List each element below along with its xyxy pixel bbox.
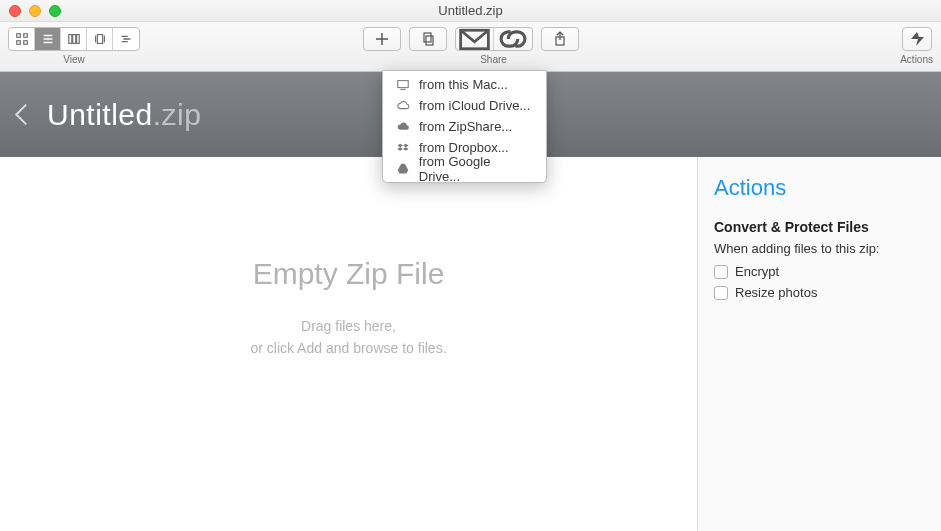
svg-rect-2 <box>16 41 20 45</box>
add-dropdown: from this Mac... from iCloud Drive... fr… <box>382 70 547 183</box>
svg-rect-10 <box>97 35 102 44</box>
view-columns-button[interactable] <box>61 28 87 50</box>
svg-rect-7 <box>68 35 71 44</box>
view-groups-button[interactable] <box>113 28 139 50</box>
svg-rect-3 <box>23 41 27 45</box>
share-pair <box>455 27 533 51</box>
cloud-solid-icon <box>395 120 411 134</box>
view-coverflow-button[interactable] <box>87 28 113 50</box>
menu-item-label: from iCloud Drive... <box>419 98 530 113</box>
encrypt-checkbox[interactable]: Encrypt <box>714 264 925 279</box>
checkbox-label: Resize photos <box>735 285 817 300</box>
svg-rect-22 <box>398 80 409 87</box>
view-segmented <box>8 27 140 51</box>
actions-section-subtitle: When adding files to this zip: <box>714 241 925 256</box>
checkbox-box <box>714 286 728 300</box>
view-group: View <box>8 27 140 65</box>
menu-item-label: from ZipShare... <box>419 119 512 134</box>
share-button[interactable] <box>541 27 579 51</box>
content: Empty Zip File Drag files here, or click… <box>0 157 941 531</box>
actions-panel: Actions Convert & Protect Files When add… <box>697 157 941 531</box>
svg-rect-1 <box>23 34 27 38</box>
toolbar: View Share Actions from this Mac... from… <box>0 22 941 72</box>
view-list-button[interactable] <box>35 28 61 50</box>
add-from-gdrive[interactable]: from Google Drive... <box>383 158 546 179</box>
empty-title: Empty Zip File <box>253 257 445 291</box>
add-from-zipshare[interactable]: from ZipShare... <box>383 116 546 137</box>
actions-section-header: Convert & Protect Files <box>714 219 925 235</box>
add-from-mac[interactable]: from this Mac... <box>383 74 546 95</box>
mail-button[interactable] <box>456 28 494 50</box>
file-ext: .zip <box>153 98 202 131</box>
svg-rect-19 <box>426 36 433 45</box>
actions-button[interactable] <box>902 27 932 51</box>
svg-rect-18 <box>424 33 431 42</box>
file-name: Untitled.zip <box>47 98 201 132</box>
resize-photos-checkbox[interactable]: Resize photos <box>714 285 925 300</box>
gdrive-icon <box>395 162 411 176</box>
svg-rect-9 <box>76 35 79 44</box>
center-toolbar: Share <box>363 27 579 65</box>
view-label: View <box>63 54 85 65</box>
add-from-icloud[interactable]: from iCloud Drive... <box>383 95 546 116</box>
back-chevron-icon[interactable] <box>15 104 36 125</box>
window-title: Untitled.zip <box>0 3 941 18</box>
copy-button[interactable] <box>409 27 447 51</box>
monitor-icon <box>395 78 411 92</box>
main-area[interactable]: Empty Zip File Drag files here, or click… <box>0 157 697 531</box>
view-icons-button[interactable] <box>9 28 35 50</box>
share-label: Share <box>480 54 507 65</box>
actions-group: Actions <box>900 27 933 65</box>
titlebar: Untitled.zip <box>0 0 941 22</box>
add-button[interactable] <box>363 27 401 51</box>
svg-rect-8 <box>72 35 75 44</box>
empty-line2: or click Add and browse to files. <box>250 337 446 359</box>
checkbox-box <box>714 265 728 279</box>
link-button[interactable] <box>494 28 532 50</box>
cloud-icon <box>395 99 411 113</box>
dropbox-icon <box>395 141 411 155</box>
share-group: Share <box>455 27 533 65</box>
actions-label: Actions <box>900 54 933 65</box>
checkbox-label: Encrypt <box>735 264 779 279</box>
empty-line1: Drag files here, <box>250 315 446 337</box>
menu-item-label: from Google Drive... <box>419 154 534 184</box>
svg-rect-0 <box>16 34 20 38</box>
empty-subtitle: Drag files here, or click Add and browse… <box>250 315 446 360</box>
file-basename: Untitled <box>47 98 153 131</box>
menu-item-label: from this Mac... <box>419 77 508 92</box>
actions-panel-title: Actions <box>714 175 925 201</box>
